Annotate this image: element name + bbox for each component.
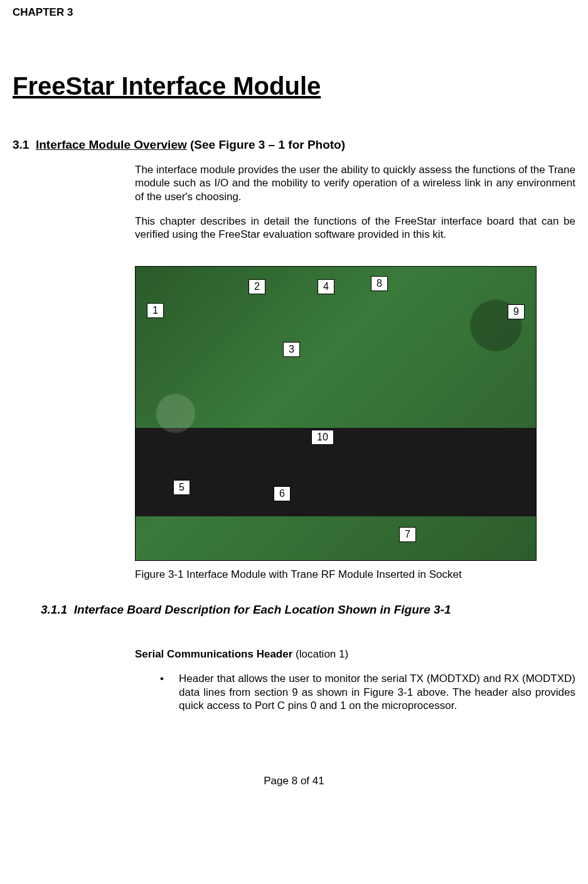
callout-8: 8 [371, 276, 388, 291]
section-number: 3.1 [13, 138, 29, 151]
figure-container: 2 4 8 1 9 3 10 5 6 7 [135, 266, 575, 561]
chapter-title: FreeStar Interface Module [13, 72, 575, 100]
section-heading: 3.1 Interface Module Overview (See Figur… [13, 138, 575, 152]
callout-6: 6 [274, 486, 291, 501]
subsection-number: 3.1.1 [41, 603, 67, 616]
bullet-item: •Header that allows the user to monitor … [160, 672, 575, 712]
callout-10: 10 [311, 430, 334, 445]
figure-image: 2 4 8 1 9 3 10 5 6 7 [135, 266, 537, 561]
callout-7: 7 [399, 527, 416, 542]
section-para-1: The interface module provides the user t… [135, 163, 575, 203]
item-heading-bold: Serial Communications Header [135, 648, 292, 660]
page-footer: Page 8 of 41 [13, 775, 575, 787]
callout-3: 3 [283, 342, 300, 357]
section-title-underlined: Interface Module Overview [36, 138, 187, 151]
section-title-plain: (See Figure 3 – 1 for Photo) [187, 138, 345, 151]
callout-5: 5 [173, 480, 190, 495]
item-heading: Serial Communications Header (location 1… [135, 648, 575, 661]
callout-2: 2 [249, 279, 265, 294]
section-para-2: This chapter describes in detail the fun… [135, 215, 575, 242]
figure-caption: Figure 3-1 Interface Module with Trane R… [135, 568, 575, 581]
bullet-icon: • [160, 672, 179, 685]
callout-9: 9 [508, 304, 525, 319]
subsection-heading: 3.1.1 Interface Board Description for Ea… [41, 603, 575, 617]
chapter-label: CHAPTER 3 [13, 6, 575, 19]
bullet-text: Header that allows the user to monitor t… [179, 673, 575, 711]
subsection-title: Interface Board Description for Each Loc… [74, 603, 451, 616]
callout-4: 4 [318, 279, 334, 294]
callout-1: 1 [147, 303, 164, 318]
item-heading-plain: (location 1) [292, 648, 348, 660]
